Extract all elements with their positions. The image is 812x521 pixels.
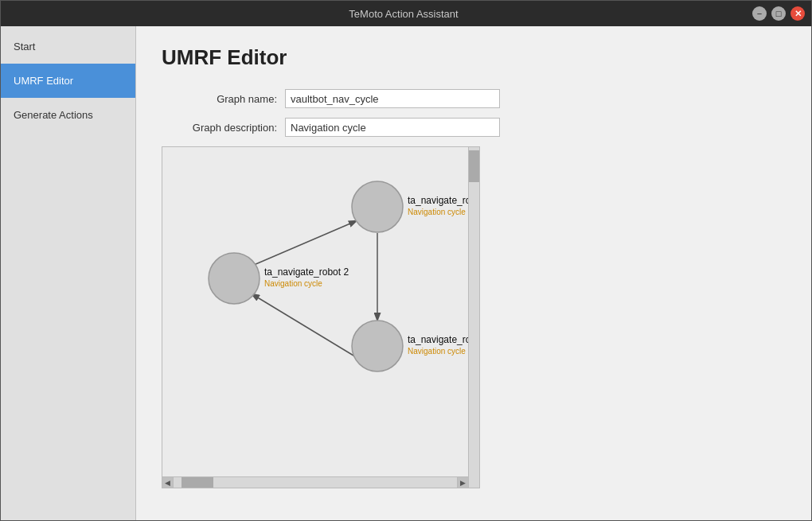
svg-text:Navigation cycle: Navigation cycle xyxy=(408,347,466,356)
sidebar-item-start[interactable]: Start xyxy=(1,29,135,64)
titlebar: TeMoto Action Assistant − □ ✕ xyxy=(1,1,811,26)
scroll-right-button[interactable]: ▶ xyxy=(457,477,468,488)
minimize-button[interactable]: − xyxy=(752,6,767,21)
titlebar-controls: − □ ✕ xyxy=(752,6,805,21)
svg-text:Navigation cycle: Navigation cycle xyxy=(264,279,322,288)
graph-node-2[interactable]: ta_navigate_robot 2 Navigation cycle xyxy=(209,253,349,304)
graph-node-1[interactable]: ta_navigate_robot 1 Navigation cycle xyxy=(352,321,468,371)
graph-name-input[interactable] xyxy=(285,89,500,108)
titlebar-title: TeMoto Action Assistant xyxy=(55,8,752,20)
sidebar-item-generate-actions[interactable]: Generate Actions xyxy=(1,98,135,132)
svg-point-1 xyxy=(352,181,403,232)
edge-node1-node2 xyxy=(252,294,357,358)
svg-text:Navigation cycle: Navigation cycle xyxy=(408,208,466,216)
svg-text:ta_navigate_robot 0: ta_navigate_robot 0 xyxy=(408,195,468,206)
graph-name-row: Graph name: xyxy=(162,89,786,108)
graph-description-label: Graph description: xyxy=(162,122,285,134)
horizontal-scrollbar-thumb[interactable] xyxy=(182,477,213,488)
graph-description-input[interactable] xyxy=(285,118,500,137)
maximize-button[interactable]: □ xyxy=(771,6,786,21)
svg-text:ta_navigate_robot 2: ta_navigate_robot 2 xyxy=(264,266,349,278)
graph-svg: ta_navigate_robot 0 Navigation cycle ta_… xyxy=(162,147,468,476)
scroll-track xyxy=(174,477,457,488)
graph-description-row: Graph description: xyxy=(162,118,786,137)
edge-node2-node0 xyxy=(254,221,356,265)
svg-point-7 xyxy=(209,253,260,304)
horizontal-scrollbar[interactable]: ◀ ▶ xyxy=(162,476,468,488)
svg-text:ta_navigate_robot 1: ta_navigate_robot 1 xyxy=(408,334,468,345)
app-window: TeMoto Action Assistant − □ ✕ Start UMRF… xyxy=(0,0,812,521)
close-button[interactable]: ✕ xyxy=(791,6,805,21)
vertical-scrollbar[interactable] xyxy=(468,147,479,488)
sidebar-item-umrf-editor[interactable]: UMRF Editor xyxy=(1,64,135,98)
graph-canvas[interactable]: ta_navigate_robot 0 Navigation cycle ta_… xyxy=(162,146,480,488)
main-area: Start UMRF Editor Generate Actions UMRF … xyxy=(1,26,811,520)
graph-name-label: Graph name: xyxy=(162,93,285,105)
page-title: UMRF Editor xyxy=(162,45,786,70)
svg-point-4 xyxy=(352,321,403,371)
scroll-left-button[interactable]: ◀ xyxy=(162,477,174,488)
content-area: UMRF Editor Graph name: Graph descriptio… xyxy=(136,26,811,520)
vertical-scrollbar-thumb[interactable] xyxy=(469,150,479,182)
sidebar: Start UMRF Editor Generate Actions xyxy=(1,26,136,520)
graph-node-0[interactable]: ta_navigate_robot 0 Navigation cycle xyxy=(352,181,468,232)
